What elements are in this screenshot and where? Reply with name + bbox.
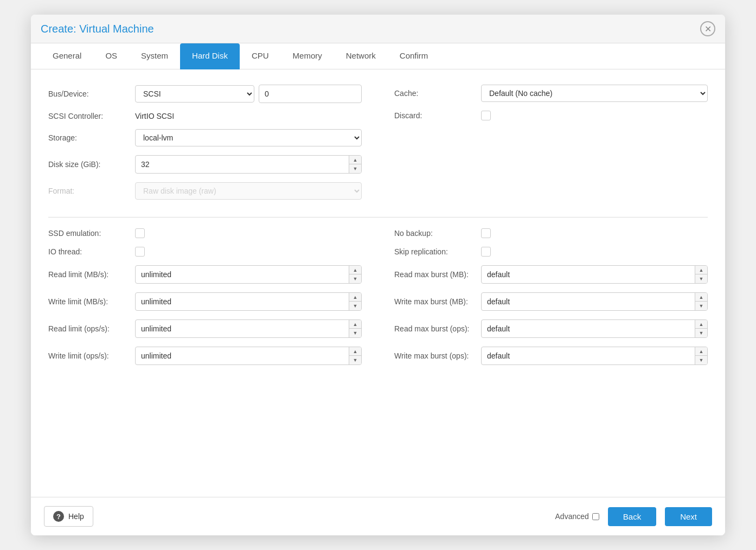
- read-max-burst-ops-spinner[interactable]: ▲ ▼: [481, 319, 708, 338]
- write-max-burst-field[interactable]: [482, 294, 695, 309]
- tab-memory[interactable]: Memory: [281, 43, 334, 69]
- tab-harddisk[interactable]: Hard Disk: [180, 43, 240, 69]
- format-select[interactable]: Raw disk image (raw): [135, 182, 362, 200]
- read-limit-spinner[interactable]: ▲ ▼: [135, 265, 362, 284]
- footer-right: Advanced Back Next: [555, 507, 712, 526]
- scsi-controller-label: SCSI Controller:: [48, 112, 135, 120]
- write-max-burst-ops-spinner[interactable]: ▲ ▼: [481, 347, 708, 365]
- scsi-controller-row: SCSI Controller: VirtIO SCSI: [48, 112, 362, 120]
- disk-size-row: Disk size (GiB): ▲ ▼: [48, 155, 362, 174]
- write-max-burst-ops-label: Write max burst (ops):: [394, 351, 481, 360]
- read-limit-ops-spinner-buttons: ▲ ▼: [349, 320, 361, 337]
- write-limit-increment-btn[interactable]: ▲: [349, 293, 361, 302]
- device-number-field[interactable]: [259, 86, 362, 101]
- write-limit-ops-label: Write limit (ops/s):: [48, 351, 135, 360]
- no-backup-checkbox[interactable]: [481, 228, 491, 238]
- read-max-burst-ops-spinner-buttons: ▲ ▼: [695, 320, 707, 337]
- read-limit-field[interactable]: [136, 267, 349, 282]
- bus-device-label: Bus/Device:: [48, 89, 135, 98]
- read-max-burst-label: Read max burst (MB):: [394, 270, 481, 279]
- read-max-burst-ops-field[interactable]: [482, 321, 695, 336]
- cache-select[interactable]: Default (No cache) Write through Write b…: [481, 85, 708, 102]
- format-control: Raw disk image (raw): [135, 182, 362, 200]
- write-max-burst-label: Write max burst (MB):: [394, 297, 481, 306]
- ssd-emulation-checkbox[interactable]: [135, 228, 145, 238]
- disk-size-field[interactable]: [136, 157, 349, 172]
- no-backup-label: No backup:: [394, 229, 481, 238]
- no-backup-row: No backup:: [394, 228, 708, 238]
- read-limit-ops-increment-btn[interactable]: ▲: [349, 320, 361, 329]
- tab-system[interactable]: System: [129, 43, 180, 69]
- read-max-burst-ops-increment-btn[interactable]: ▲: [695, 320, 707, 329]
- help-icon: ?: [53, 511, 64, 522]
- advanced-label[interactable]: Advanced: [555, 512, 599, 521]
- disk-size-spinner[interactable]: ▲ ▼: [135, 155, 362, 174]
- right-column-bottom: No backup: Skip replication: Read max bu…: [394, 228, 708, 374]
- write-limit-ops-decrement-btn[interactable]: ▼: [349, 356, 361, 364]
- write-limit-ops-increment-btn[interactable]: ▲: [349, 347, 361, 356]
- cache-label: Cache:: [394, 89, 481, 98]
- disk-size-decrement-btn[interactable]: ▼: [349, 164, 361, 173]
- left-column-bottom: SSD emulation: IO thread: Read limit (MB…: [48, 228, 362, 374]
- write-limit-spinner[interactable]: ▲ ▼: [135, 292, 362, 311]
- tab-confirm[interactable]: Confirm: [388, 43, 440, 69]
- skip-replication-row: Skip replication:: [394, 247, 708, 257]
- read-limit-decrement-btn[interactable]: ▼: [349, 274, 361, 283]
- help-button[interactable]: ? Help: [44, 506, 93, 527]
- read-max-burst-row: Read max burst (MB): ▲ ▼: [394, 265, 708, 284]
- read-max-burst-ops-decrement-btn[interactable]: ▼: [695, 329, 707, 337]
- dialog-title: Create: Virtual Machine: [41, 23, 154, 35]
- tab-cpu[interactable]: CPU: [240, 43, 281, 69]
- advanced-checkbox[interactable]: [592, 513, 599, 520]
- next-button[interactable]: Next: [665, 507, 712, 526]
- read-max-burst-decrement-btn[interactable]: ▼: [695, 274, 707, 283]
- storage-select[interactable]: local-lvm local: [135, 129, 362, 146]
- write-limit-field[interactable]: [136, 294, 349, 309]
- write-max-burst-ops-row: Write max burst (ops): ▲ ▼: [394, 347, 708, 365]
- tab-general[interactable]: General: [41, 43, 93, 69]
- left-column: Bus/Device: SCSI VirtIO Block IDE SATA ▲: [48, 85, 362, 208]
- read-limit-ops-field[interactable]: [136, 321, 349, 336]
- write-limit-ops-spinner[interactable]: ▲ ▼: [135, 347, 362, 365]
- cache-row: Cache: Default (No cache) Write through …: [394, 85, 708, 102]
- device-number-input[interactable]: ▲ ▼: [259, 85, 362, 103]
- write-max-burst-spinner[interactable]: ▲ ▼: [481, 292, 708, 311]
- discard-checkbox[interactable]: [481, 111, 491, 120]
- read-max-burst-control: ▲ ▼: [481, 265, 708, 284]
- read-limit-ops-spinner[interactable]: ▲ ▼: [135, 319, 362, 338]
- disk-size-increment-btn[interactable]: ▲: [349, 156, 361, 164]
- ssd-emulation-label: SSD emulation:: [48, 229, 135, 238]
- read-max-burst-field[interactable]: [482, 267, 695, 282]
- read-limit-increment-btn[interactable]: ▲: [349, 266, 361, 274]
- back-button[interactable]: Back: [608, 507, 656, 526]
- skip-replication-checkbox[interactable]: [481, 247, 491, 257]
- read-limit-ops-decrement-btn[interactable]: ▼: [349, 329, 361, 337]
- write-limit-ops-control: ▲ ▼: [135, 347, 362, 365]
- right-column: Cache: Default (No cache) Write through …: [394, 85, 708, 208]
- write-max-burst-ops-decrement-btn[interactable]: ▼: [695, 356, 707, 364]
- write-limit-decrement-btn[interactable]: ▼: [349, 302, 361, 310]
- read-max-burst-ops-row: Read max burst (ops): ▲ ▼: [394, 319, 708, 338]
- read-max-burst-spinner-buttons: ▲ ▼: [695, 266, 707, 283]
- io-thread-checkbox[interactable]: [135, 247, 145, 257]
- write-max-burst-ops-increment-btn[interactable]: ▲: [695, 347, 707, 356]
- read-max-burst-increment-btn[interactable]: ▲: [695, 266, 707, 274]
- read-max-burst-ops-control: ▲ ▼: [481, 319, 708, 338]
- write-max-burst-row: Write max burst (MB): ▲ ▼: [394, 292, 708, 311]
- write-limit-ops-field[interactable]: [136, 348, 349, 363]
- skip-replication-label: Skip replication:: [394, 247, 481, 256]
- read-max-burst-ops-label: Read max burst (ops):: [394, 324, 481, 333]
- storage-control: local-lvm local: [135, 129, 362, 146]
- write-max-burst-ops-field[interactable]: [482, 348, 695, 363]
- section-divider: [48, 217, 708, 218]
- read-limit-ops-row: Read limit (ops/s): ▲ ▼: [48, 319, 362, 338]
- close-button[interactable]: ✕: [700, 21, 715, 36]
- bus-select[interactable]: SCSI VirtIO Block IDE SATA: [135, 85, 254, 103]
- write-max-burst-increment-btn[interactable]: ▲: [695, 293, 707, 302]
- tab-network[interactable]: Network: [334, 43, 388, 69]
- tab-os[interactable]: OS: [93, 43, 129, 69]
- discard-label: Discard:: [394, 111, 481, 120]
- read-max-burst-spinner[interactable]: ▲ ▼: [481, 265, 708, 284]
- read-limit-ops-label: Read limit (ops/s):: [48, 324, 135, 333]
- write-max-burst-decrement-btn[interactable]: ▼: [695, 302, 707, 310]
